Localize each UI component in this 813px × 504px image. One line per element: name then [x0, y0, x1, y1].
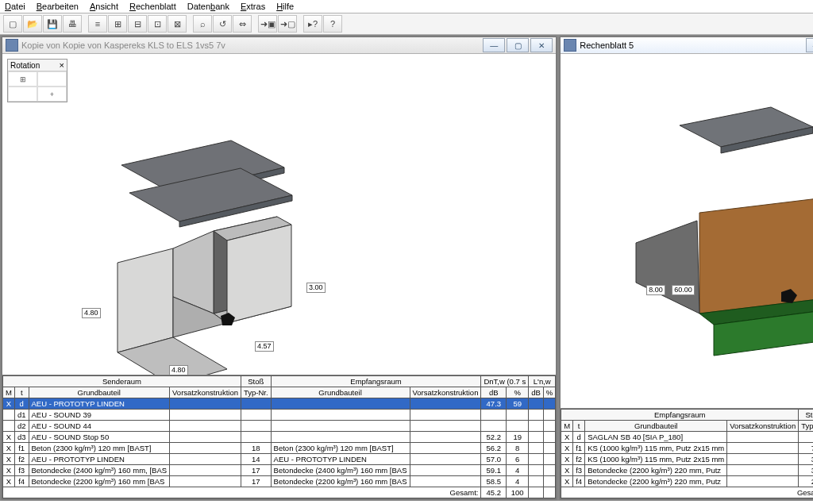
toolbar: ▢ 📂 💾 🖶 ≡ ⊞ ⊟ ⊡ ⊠ ⌕ ↺ ⇔ ➜▣ ➜▢ ▸? ? [0, 13, 813, 35]
table-row[interactable]: Xf2KS (1000 kg/m³) 115 mm, Putz 2x15 mm3… [561, 454, 813, 465]
titlebar-right[interactable]: Rechenblatt 5 — ▢ ✕ [561, 37, 813, 54]
table-row[interactable]: d1AEU - SOUND 39 [3, 410, 556, 421]
table-row[interactable]: XdAEU - PROTOTYP LINDEN47.359 [3, 398, 556, 410]
menu-bearbeiten[interactable]: Bearbeiten [37, 2, 79, 11]
minimize-button[interactable]: — [806, 38, 813, 52]
table-row[interactable]: Xf3Betondecke (2400 kg/m³) 160 mm, [BAS1… [3, 465, 556, 476]
total-row: Gesamt: 45.2 100 [3, 487, 556, 498]
menu-ansicht[interactable]: Ansicht [90, 2, 118, 11]
table-row[interactable]: XdSAGLAN SB 40 [SIA P_180]37.198 [561, 432, 813, 443]
dim-h: 3.00 [306, 283, 326, 293]
table-row[interactable]: Xd3AEU - SOUND Stop 5052.219 [3, 432, 556, 443]
tb-rotate-icon[interactable]: ↺ [213, 15, 232, 33]
titlebar-left[interactable]: Kopie von Kopie von Kaspereks KLS to ELS… [2, 37, 556, 54]
tb-print-icon[interactable]: 🖶 [63, 15, 82, 33]
mdi-workspace: Kopie von Kopie von Kaspereks KLS to ELS… [0, 35, 813, 501]
tb-layout1-icon[interactable]: ≡ [88, 15, 107, 33]
svg-marker-16 [636, 221, 699, 314]
dim-w: 4.80 [82, 308, 101, 318]
doc-window-left: Kopie von Kopie von Kaspereks KLS to ELS… [2, 37, 557, 499]
close-button[interactable]: ✕ [530, 38, 553, 52]
table-row[interactable]: Xf4Betondecke (2200 kg/m³) 220 mm, Putz2… [561, 476, 813, 487]
tb-help-icon[interactable]: ? [323, 15, 342, 33]
tb-layout2-icon[interactable]: ⊞ [108, 15, 127, 33]
tb-layout4-icon[interactable]: ⊡ [148, 15, 167, 33]
minimize-button[interactable]: — [483, 38, 505, 52]
window-title: Rechenblatt 5 [580, 40, 806, 50]
tb-arrow-out-icon[interactable]: ➜▢ [278, 15, 297, 33]
tb-fit-icon[interactable]: ⇔ [233, 15, 252, 33]
total-row: Gesamt: 37.0 100 [561, 487, 813, 498]
tb-layout5-icon[interactable]: ⊠ [168, 15, 187, 33]
menu-extras[interactable]: Extras [241, 2, 265, 11]
tb-open-icon[interactable]: 📂 [23, 15, 42, 33]
dim-r: 4.57 [255, 341, 274, 352]
tb-help-arrow-icon[interactable]: ▸? [303, 15, 322, 33]
dim-a: 8.00 [646, 285, 665, 295]
table-row[interactable]: Xf4Betondecke (2200 kg/m³) 160 mm [BAS17… [3, 476, 556, 487]
tb-arrow-in-icon[interactable]: ➜▣ [258, 15, 277, 33]
table-row[interactable]: Xf2AEU - PROTOTYP LINDEN14AEU - PROTOTYP… [3, 454, 556, 465]
window-title: Kopie von Kopie von Kaspereks KLS to ELS… [21, 40, 483, 50]
doc-window-right: Rechenblatt 5 — ▢ ✕ 8.0 [560, 37, 813, 499]
tb-new-icon[interactable]: ▢ [3, 15, 22, 33]
svg-marker-9 [227, 225, 291, 323]
tb-layout3-icon[interactable]: ⊟ [128, 15, 147, 33]
doc-icon [564, 39, 576, 52]
table-row[interactable]: d2AEU - SOUND 44 [3, 421, 556, 432]
result-table-left: Senderaum Stoß Empfangsraum DnT,w (0.7 s… [2, 375, 556, 498]
table-row[interactable]: Xf3Betondecke (2200 kg/m³) 220 mm, Putz3… [561, 465, 813, 476]
menu-rechenblatt[interactable]: Rechenblatt [129, 2, 176, 11]
data-table-right[interactable]: Empfangsraum Stoß R'45°,w + Ctr M t Grun… [561, 408, 813, 498]
menu-bar: DDateiatei Bearbeiten Ansicht Rechenblat… [0, 0, 813, 13]
svg-marker-13 [680, 107, 813, 147]
model-right [561, 54, 813, 408]
tb-save-icon[interactable]: 💾 [43, 15, 62, 33]
menu-hilfe[interactable]: Hilfe [276, 2, 294, 11]
data-table-left[interactable]: Senderaum Stoß Empfangsraum DnT,w (0.7 s… [2, 375, 556, 498]
result-table-right: Empfangsraum Stoß R'45°,w + Ctr M t Grun… [561, 409, 813, 498]
viewport-3d-left[interactable]: Rotation × ⊞ + [2, 54, 556, 375]
table-row[interactable]: Xf1KS (1000 kg/m³) 115 mm, Putz 2x15 mm7… [561, 443, 813, 454]
model-left [2, 54, 407, 375]
svg-marker-5 [118, 248, 173, 352]
menu-datenbank[interactable]: Datenbank [187, 2, 229, 11]
dim-b: 60.00 [672, 285, 695, 295]
menu-datei[interactable]: DDateiatei [5, 2, 25, 11]
dim-d: 4.80 [169, 365, 188, 375]
tb-zoom-icon[interactable]: ⌕ [193, 15, 212, 33]
maximize-button[interactable]: ▢ [507, 38, 529, 52]
table-row[interactable]: Xf1Beton (2300 kg/m³) 120 mm [BAST]18Bet… [3, 443, 556, 454]
doc-icon [6, 39, 18, 52]
viewport-3d-right[interactable]: 8.00 60.00 6.00 3.00 [561, 54, 813, 408]
